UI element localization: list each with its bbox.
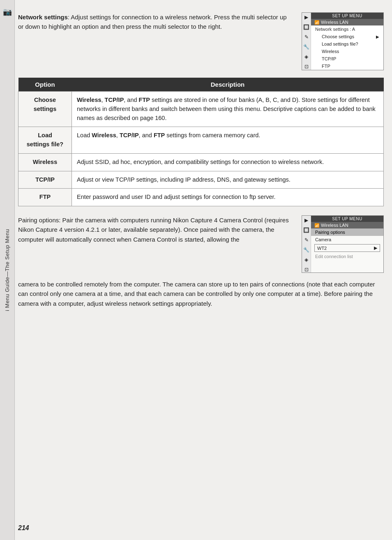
continuation-text: camera to be controlled remotely from th… xyxy=(18,279,384,308)
screenshot1-icons: ▶ 🔲 ✎ 🔧 ◈ ⊡ xyxy=(302,13,311,70)
pencil-icon: ✎ xyxy=(304,34,309,40)
top-section: Network settings: Adjust settings for co… xyxy=(18,12,384,70)
screenshot1-choose-settings: Choose settings▶ xyxy=(311,33,383,40)
retouch-icon: ◈ xyxy=(304,54,308,60)
table-header-option: Option xyxy=(18,78,72,92)
screenshot1-tcp-ip: TCP/IP xyxy=(311,55,383,62)
option-tcpip: TCP/IP xyxy=(18,171,72,189)
option-wireless: Wireless xyxy=(18,153,72,171)
pairing-options-heading-rest: : Pair the camera with computers running… xyxy=(18,217,289,243)
screenshot1-wireless: Wireless xyxy=(311,48,383,55)
screenshot1-subtitle-text: Wireless LAN xyxy=(321,20,348,25)
table-row: TCP/IP Adjust or view TCP/IP settings, i… xyxy=(18,171,384,189)
camera-screenshot-1: ▶ 🔲 ✎ 🔧 ◈ ⊡ SET UP MENU 📶 Wireless LAN N… xyxy=(302,12,384,70)
screenshot2-subtitle-text: Wireless LAN xyxy=(321,223,348,228)
camera-body-icon: 🔲 xyxy=(303,24,309,30)
network-settings-text: Network settings: Adjust settings for co… xyxy=(18,12,293,32)
desc-wireless: Adjust SSID, ad hoc, encryption, and com… xyxy=(72,153,384,171)
wrench-icon: 🔧 xyxy=(303,44,309,50)
table-row: Loadsettings file? Load Wireless, TCP/IP… xyxy=(18,127,384,154)
screenshot1-load-settings: Load settings file? xyxy=(311,40,383,48)
recent-icon-2: ⊡ xyxy=(304,267,309,272)
pencil-icon-2: ✎ xyxy=(304,237,309,243)
camera-screenshot-2: ▶ 🔲 ✎ 🔧 ◈ ⊡ SET UP MENU 📶 Wireless LAN P… xyxy=(302,215,384,273)
pairing-options-text: Pairing options: Pair the camera with co… xyxy=(18,215,293,244)
desc-ftp: Enter password and user ID and adjust se… xyxy=(72,189,384,206)
screenshot2-title: SET UP MENU xyxy=(311,216,383,222)
sidebar-tab: 📷 i Menu Guide—The Setup Menu xyxy=(0,0,15,540)
option-choose-settings: Choosesettings xyxy=(18,92,72,127)
screenshot2-camera: Camera xyxy=(311,236,383,243)
screenshot2-wt2: WT2▶ xyxy=(314,244,380,252)
table-row: FTP Enter password and user ID and adjus… xyxy=(18,189,384,206)
retouch-icon-2: ◈ xyxy=(304,257,308,263)
camera-icon: 📷 xyxy=(3,7,12,16)
screenshot2-subtitle: 📶 Wireless LAN xyxy=(311,222,383,228)
screenshot2-body: ▶ 🔲 ✎ 🔧 ◈ ⊡ SET UP MENU 📶 Wireless LAN P… xyxy=(302,216,383,272)
settings-table: Option Description Choosesettings Wirele… xyxy=(18,78,384,206)
screenshot2-edit-connection: Edit connection list xyxy=(311,253,383,260)
play-icon-2: ▶ xyxy=(304,217,308,223)
table-row: Wireless Adjust SSID, ad hoc, encryption… xyxy=(18,153,384,171)
arrow-icon-2: ▶ xyxy=(374,245,377,251)
desc-load-settings: Load Wireless, TCP/IP, and FTP settings … xyxy=(72,127,384,154)
desc-choose-settings: Wireless, TCP/IP, and FTP settings are s… xyxy=(72,92,384,127)
screenshot1-network-settings: Network settings : A xyxy=(311,25,383,33)
table-header-desc: Description xyxy=(72,78,384,92)
main-content: Network settings: Adjust settings for co… xyxy=(18,0,384,333)
pairing-options-heading-bold: Pairing options xyxy=(18,217,59,224)
screenshot2-icons: ▶ 🔲 ✎ 🔧 ◈ ⊡ xyxy=(302,216,311,272)
wifi-icon-2: 📶 xyxy=(314,223,319,228)
table-row: Choosesettings Wireless, TCP/IP, and FTP… xyxy=(18,92,384,127)
network-settings-heading-bold: Network settings xyxy=(18,14,68,21)
screenshot1-ftp: FTP xyxy=(311,62,383,70)
option-load-settings: Loadsettings file? xyxy=(18,127,72,154)
screenshot2-pairing-options: Pairing options xyxy=(311,228,383,236)
option-ftp: FTP xyxy=(18,189,72,206)
wrench-icon-2: 🔧 xyxy=(303,247,309,253)
recent-icon: ⊡ xyxy=(304,64,309,69)
play-icon: ▶ xyxy=(304,14,308,20)
screenshot2-menu: SET UP MENU 📶 Wireless LAN Pairing optio… xyxy=(311,216,383,272)
screenshot1-menu: SET UP MENU 📶 Wireless LAN Network setti… xyxy=(311,13,383,70)
page-number: 214 xyxy=(18,524,29,532)
screenshot1-subtitle: 📶 Wireless LAN xyxy=(311,19,383,25)
sidebar-label: i Menu Guide—The Setup Menu xyxy=(4,229,10,311)
screenshot1-title: SET UP MENU xyxy=(311,13,383,19)
wifi-icon: 📶 xyxy=(314,20,319,25)
arrow-icon: ▶ xyxy=(376,35,379,39)
camera-body-icon-2: 🔲 xyxy=(303,227,309,233)
desc-tcpip: Adjust or view TCP/IP settings, includin… xyxy=(72,171,384,189)
bottom-section: Pairing options: Pair the camera with co… xyxy=(18,215,384,273)
screenshot1-body: ▶ 🔲 ✎ 🔧 ◈ ⊡ SET UP MENU 📶 Wireless LAN N… xyxy=(302,13,383,70)
